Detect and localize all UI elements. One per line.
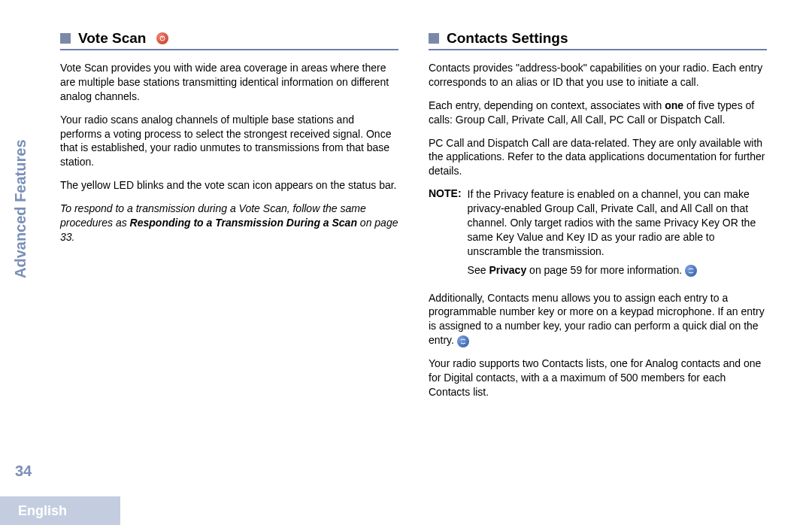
paragraph: Vote Scan provides you with wide area co…	[60, 61, 398, 104]
vote-scan-icon	[156, 32, 168, 44]
note-reference: See Privacy on page 59 for more informat…	[468, 263, 767, 278]
paragraph: The yellow LED blinks and the vote scan …	[60, 178, 398, 193]
paragraph: Contacts provides "address-book" capabil…	[429, 61, 767, 90]
heading-title: Contacts Settings	[447, 30, 568, 47]
sidebar-section-label: Advanced Features	[12, 139, 29, 278]
paragraph: Your radio scans analog channels of mult…	[60, 113, 398, 170]
text: on page 59 for more information.	[526, 264, 685, 276]
left-column: Vote Scan Vote Scan provides you with wi…	[60, 30, 398, 408]
text-bold: Responding to a Transmission During a Sc…	[130, 217, 357, 229]
text: See	[468, 264, 489, 276]
language-tab: English	[0, 496, 120, 525]
text: Each entry, depending on context, associ…	[429, 99, 665, 111]
note-label: NOTE:	[429, 187, 462, 281]
heading-title: Vote Scan	[78, 30, 146, 47]
paragraph: Additionally, Contacts menu allows you t…	[429, 291, 767, 348]
note-block: NOTE: If the Privacy feature is enabled …	[429, 187, 767, 281]
text: Additionally, Contacts menu allows you t…	[429, 292, 765, 347]
note-content: If the Privacy feature is enabled on a c…	[468, 187, 767, 281]
page-number: 34	[15, 463, 32, 480]
right-column: Contacts Settings Contacts provides "add…	[429, 30, 767, 408]
info-icon	[457, 335, 469, 347]
text-bold: one	[665, 99, 683, 111]
note-text: If the Privacy feature is enabled on a c…	[468, 187, 767, 258]
paragraph: Your radio supports two Contacts lists, …	[429, 357, 767, 399]
text-bold: Privacy	[489, 264, 526, 276]
heading-bullet-icon	[429, 33, 439, 44]
info-icon	[685, 265, 697, 277]
paragraph: Each entry, depending on context, associ…	[429, 99, 767, 127]
section-heading-vote-scan: Vote Scan	[60, 30, 398, 50]
section-heading-contacts: Contacts Settings	[429, 30, 767, 50]
heading-bullet-icon	[60, 33, 71, 44]
page-content: Vote Scan Vote Scan provides you with wi…	[0, 0, 812, 439]
paragraph-reference: To respond to a transmission during a Vo…	[60, 202, 398, 244]
paragraph: PC Call and Dispatch Call are data-relat…	[429, 136, 767, 179]
